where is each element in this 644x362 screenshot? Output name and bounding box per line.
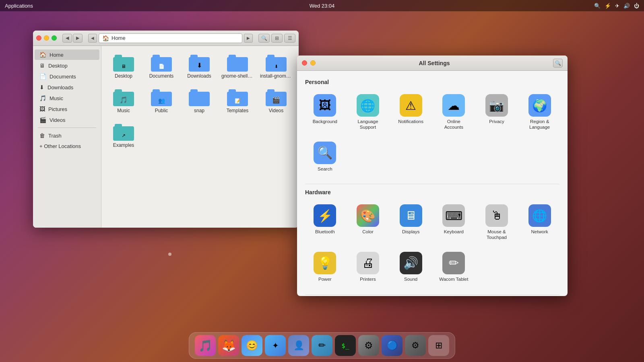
section-divider-1: [305, 184, 559, 184]
bluetooth-icon: ⚡: [314, 204, 336, 227]
indicator-power[interactable]: ⚡: [605, 3, 611, 9]
file-item-desktop[interactable]: 🖥 Desktop: [106, 51, 141, 82]
dock-item-pencil[interactable]: ✏: [312, 335, 332, 356]
dock-item-music[interactable]: 🎵: [195, 335, 216, 356]
indicator-airplane[interactable]: ✈: [615, 3, 619, 9]
region-label: Region & Language: [524, 119, 556, 130]
sidebar-item-downloads[interactable]: ⬇ Downloads: [35, 82, 99, 93]
sidebar-item-pictures[interactable]: 🖼 Pictures: [35, 104, 99, 114]
dock-item-terminal[interactable]: $_: [335, 335, 356, 356]
settings-titlebar: All Settings 🔍: [297, 56, 568, 71]
settings-item-color[interactable]: 🎨 Color: [348, 200, 388, 245]
dock-item-gnome[interactable]: 🔵: [382, 335, 402, 356]
desktop-icon: 🖥: [39, 62, 45, 69]
settings-item-online-accounts[interactable]: ☁ Online Accounts: [434, 90, 474, 134]
file-label-gnome-shell: gnome-shell-simple-d...: [221, 73, 254, 79]
settings-item-notifications[interactable]: ⚠ Notifications: [391, 90, 431, 134]
settings-item-language[interactable]: 🌐 Language Support: [348, 90, 388, 134]
settings-item-displays[interactable]: 🖥 Displays: [391, 200, 431, 245]
power-label: Power: [318, 277, 332, 282]
file-item-snap[interactable]: snap: [182, 85, 217, 117]
file-item-public[interactable]: 👥 Public: [144, 85, 179, 117]
location-bar[interactable]: 🏠 Home: [99, 33, 242, 43]
settings-item-bluetooth[interactable]: ⚡ Bluetooth: [305, 200, 345, 245]
hardware-section-title: Hardware: [305, 189, 559, 195]
maximize-button[interactable]: [52, 35, 57, 41]
settings-item-keyboard[interactable]: ⌨ Keyboard: [434, 200, 474, 245]
sound-icon: 🔊: [400, 252, 422, 274]
file-item-examples[interactable]: ↗ Examples: [106, 120, 141, 151]
sidebar-item-videos[interactable]: 🎬 Videos: [35, 115, 99, 125]
file-content: 🖥 Desktop 📄 Documents: [101, 46, 299, 228]
settings-item-printers[interactable]: 🖨 Printers: [348, 248, 388, 286]
sidebar-item-music[interactable]: 🎵 Music: [35, 93, 99, 103]
settings-close-button[interactable]: [302, 60, 307, 66]
sidebar-home-label: Home: [50, 52, 64, 58]
settings-item-privacy[interactable]: 📷 Privacy: [477, 90, 517, 134]
back-button[interactable]: ◀: [62, 34, 72, 43]
sidebar-trash-label: Trash: [48, 133, 62, 139]
forward-button[interactable]: ▶: [73, 34, 83, 43]
settings-item-mouse[interactable]: 🖱 Mouse & Touchpad: [477, 200, 517, 245]
dock-item-mirror[interactable]: 👤: [288, 335, 309, 356]
trash-icon: 🗑: [39, 132, 45, 139]
location-text: Home: [111, 35, 126, 41]
breadcrumb-forward[interactable]: ▶: [244, 34, 253, 43]
indicator-shutdown[interactable]: ⏻: [634, 3, 639, 9]
settings-item-search[interactable]: 🔍 Search: [305, 138, 345, 176]
file-label-templates: Templates: [227, 108, 249, 113]
applications-menu[interactable]: Applications: [5, 3, 33, 9]
displays-label: Displays: [402, 229, 419, 235]
mouse-icon: 🖱: [485, 204, 508, 227]
file-item-install-gnome[interactable]: ⬇ install-gnome-themes: [258, 51, 294, 82]
sidebar-videos-label: Videos: [50, 117, 66, 123]
file-item-templates[interactable]: 📝 Templates: [220, 85, 255, 117]
color-icon: 🎨: [357, 204, 379, 227]
sidebar-item-documents[interactable]: 📄 Documents: [35, 71, 99, 82]
dock-item-appstore[interactable]: ✦: [265, 335, 286, 356]
close-button[interactable]: [36, 35, 41, 41]
breadcrumb: ◀ 🏠 Home ▶: [88, 33, 253, 43]
music-icon: 🎵: [39, 95, 46, 101]
settings-item-background[interactable]: 🖼 Background: [305, 90, 345, 134]
settings-search-button[interactable]: 🔍: [553, 59, 563, 68]
settings-item-wacom[interactable]: ✏ Wacom Tablet: [434, 248, 474, 286]
file-item-downloads[interactable]: ⬇ Downloads: [182, 51, 217, 82]
sidebar-item-other-locations[interactable]: + Other Locations: [35, 141, 99, 151]
printers-label: Printers: [360, 277, 376, 282]
dock-item-grid[interactable]: ⊞: [428, 335, 449, 356]
sidebar-item-home[interactable]: 🏠 Home: [35, 49, 99, 60]
wacom-icon: ✏: [442, 252, 465, 274]
sidebar-item-trash[interactable]: 🗑 Trash: [35, 130, 99, 141]
file-item-gnome-shell[interactable]: gnome-shell-simple-d...: [220, 51, 255, 82]
clock: Wed 23:04: [310, 3, 335, 9]
minimize-button[interactable]: [44, 35, 49, 41]
dock-item-system[interactable]: ⚙: [405, 335, 426, 356]
indicator-volume[interactable]: 🔊: [623, 3, 630, 9]
grid-view-button[interactable]: ⊞: [271, 34, 283, 43]
power-icon: 💡: [314, 252, 336, 274]
file-item-music[interactable]: 🎵 Music: [106, 85, 141, 117]
settings-item-sound[interactable]: 🔊 Sound: [391, 248, 431, 286]
hardware-grid: ⚡ Bluetooth 🎨 Color 🖥 Displays ⌨ Keyboar…: [305, 200, 559, 286]
settings-item-power[interactable]: 💡 Power: [305, 248, 345, 286]
sidebar-downloads-label: Downloads: [47, 84, 73, 90]
dock-item-settings[interactable]: ⚙: [358, 335, 379, 356]
file-item-videos[interactable]: 🎬 Videos: [258, 85, 294, 117]
indicator-search[interactable]: 🔍: [594, 3, 601, 9]
settings-title: All Settings: [319, 60, 550, 66]
dock-item-firefox[interactable]: 🦊: [218, 335, 239, 356]
menu-button[interactable]: ☰: [284, 34, 295, 43]
dock-item-finder[interactable]: 😊: [242, 335, 262, 356]
settings-item-network[interactable]: 🌐 Network: [520, 200, 559, 245]
mouse-cursor: [168, 253, 171, 256]
settings-item-region[interactable]: 🌍 Region & Language: [520, 90, 559, 134]
keyboard-label: Keyboard: [444, 229, 464, 235]
search-button[interactable]: 🔍: [258, 34, 270, 43]
sidebar-documents-label: Documents: [50, 74, 76, 80]
breadcrumb-back[interactable]: ◀: [88, 34, 97, 43]
sidebar-item-desktop[interactable]: 🖥 Desktop: [35, 60, 99, 71]
file-item-documents[interactable]: 📄 Documents: [144, 51, 179, 82]
mouse-label: Mouse & Touchpad: [481, 229, 513, 241]
settings-minimize-button[interactable]: [310, 60, 316, 66]
